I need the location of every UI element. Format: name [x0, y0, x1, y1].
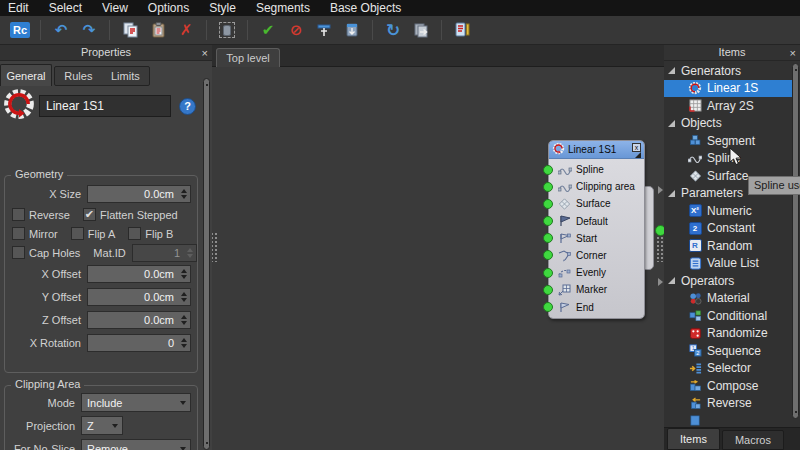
pin-bottom-icon[interactable]: [340, 18, 364, 42]
splitter-collapse-icon[interactable]: [658, 186, 663, 194]
flip-b-checkbox[interactable]: [128, 227, 141, 240]
tree-item-conditional[interactable]: Conditional: [664, 307, 794, 325]
menu-style[interactable]: Style: [209, 1, 248, 15]
expand-triangle-icon[interactable]: [668, 67, 675, 74]
mirror-checkbox[interactable]: [12, 227, 25, 240]
input-port[interactable]: [543, 302, 553, 312]
x-size-spinner[interactable]: 0.0cm: [87, 185, 191, 203]
tab-limits[interactable]: Limits: [111, 70, 140, 82]
apply-icon[interactable]: ✔: [256, 18, 280, 42]
node-input-surface[interactable]: Surface: [549, 195, 644, 212]
spinner-arrows[interactable]: [177, 289, 190, 305]
style-name-input[interactable]: Linear 1S1: [39, 95, 171, 117]
menu-view[interactable]: View: [102, 1, 140, 15]
node-header[interactable]: Linear 1S1 x: [549, 141, 644, 159]
input-port[interactable]: [543, 199, 553, 209]
tree-header-objects[interactable]: Objects: [664, 115, 794, 133]
menu-base-objects[interactable]: Base Objects: [330, 1, 413, 15]
properties-close-icon[interactable]: ×: [202, 46, 208, 60]
projection-dropdown[interactable]: Z: [81, 416, 123, 435]
menu-options[interactable]: Options: [148, 1, 201, 15]
cap-holes-checkbox[interactable]: [12, 246, 25, 259]
export-icon[interactable]: [409, 18, 433, 42]
expand-triangle-icon[interactable]: [668, 190, 675, 197]
items-close-icon[interactable]: ×: [790, 46, 796, 60]
node-input-marker[interactable]: Marker: [549, 281, 644, 298]
spinner-arrows[interactable]: [177, 186, 190, 202]
tab-items[interactable]: Items: [667, 428, 720, 450]
node-input-spline[interactable]: Spline: [549, 161, 644, 178]
spinner-arrows[interactable]: [177, 312, 190, 328]
linear-1s1-node[interactable]: Linear 1S1 x Spline Clipping area: [548, 140, 645, 319]
tree-header-generators[interactable]: Generators: [664, 62, 794, 80]
mode-dropdown[interactable]: Include: [81, 393, 191, 412]
node-close-icon[interactable]: x: [632, 143, 641, 152]
input-port[interactable]: [543, 165, 553, 175]
node-input-corner[interactable]: Corner: [549, 247, 644, 264]
y-offset-spinner[interactable]: 0.0cm: [87, 288, 191, 306]
menu-edit[interactable]: Edit: [8, 1, 41, 15]
tab-macros[interactable]: Macros: [722, 430, 784, 450]
node-input-default[interactable]: Default: [549, 213, 644, 230]
tab-rules[interactable]: Rules: [64, 70, 92, 82]
input-port[interactable]: [543, 250, 553, 260]
tree-item-sequence[interactable]: 12 Sequence: [664, 342, 794, 360]
z-offset-spinner[interactable]: 0.0cm: [87, 311, 191, 329]
flatten-stepped-checkbox[interactable]: ✔: [83, 208, 96, 221]
tree-item-constant[interactable]: 2 Constant: [664, 220, 794, 238]
refresh-icon[interactable]: ↻: [381, 18, 405, 42]
paste-icon[interactable]: [146, 18, 170, 42]
tree-item-randomize[interactable]: Randomize: [664, 325, 794, 343]
input-port[interactable]: [543, 285, 553, 295]
x-rotation-spinner[interactable]: 0: [87, 334, 191, 352]
redo-icon[interactable]: ↷: [77, 18, 101, 42]
tab-top-level[interactable]: Top level: [216, 48, 280, 67]
splitter-collapse-icon[interactable]: [658, 278, 663, 286]
node-input-clipping-area[interactable]: Clipping area: [549, 178, 644, 195]
help-button[interactable]: ?: [179, 98, 196, 115]
delete-icon[interactable]: ✗: [174, 18, 198, 42]
input-port[interactable]: [543, 182, 553, 192]
tree-item-partial[interactable]: [664, 412, 794, 427]
undo-icon[interactable]: ↶: [49, 18, 73, 42]
no-slice-dropdown[interactable]: Remove: [81, 439, 191, 450]
pin-top-icon[interactable]: [312, 18, 336, 42]
tree-header-operators[interactable]: Operators: [664, 272, 794, 290]
properties-scrollbar[interactable]: [203, 78, 210, 450]
tree-item-random[interactable]: R Random: [664, 237, 794, 255]
tree-item-selector[interactable]: Selector: [664, 360, 794, 378]
cancel-icon[interactable]: ⊘: [284, 18, 308, 42]
expand-triangle-icon[interactable]: [668, 277, 675, 284]
selector-icon: [688, 361, 702, 375]
tree-item-array-2s[interactable]: Array 2S: [664, 97, 794, 115]
right-splitter-grip[interactable]: [656, 232, 664, 262]
input-port[interactable]: [543, 268, 553, 278]
copy-icon[interactable]: [118, 18, 142, 42]
spinner-arrows[interactable]: [177, 335, 190, 351]
tree-item-material[interactable]: Material: [664, 290, 794, 308]
node-input-end[interactable]: End: [549, 299, 644, 316]
x-offset-spinner[interactable]: 0.0cm: [87, 265, 191, 283]
menu-select[interactable]: Select: [49, 1, 94, 15]
reverse-checkbox[interactable]: [12, 208, 25, 221]
select-base-object-icon[interactable]: [215, 18, 239, 42]
node-collapse-icon[interactable]: [635, 152, 641, 158]
input-port[interactable]: [543, 233, 553, 243]
tree-item-compose[interactable]: Compose: [664, 377, 794, 395]
tree-item-value-list[interactable]: Value List: [664, 255, 794, 273]
expand-triangle-icon[interactable]: [668, 120, 675, 127]
railclone-logo-icon[interactable]: Rc: [8, 18, 32, 42]
menu-segments[interactable]: Segments: [256, 1, 322, 15]
node-editor-canvas[interactable]: Top level Linear 1S1 x: [212, 45, 664, 450]
items-scrollbar[interactable]: [792, 63, 799, 419]
notes-icon[interactable]: [450, 18, 474, 42]
flip-a-checkbox[interactable]: [71, 227, 84, 240]
tree-item-numeric[interactable]: X² Numeric: [664, 202, 794, 220]
input-port[interactable]: [543, 216, 553, 226]
tree-item-reverse[interactable]: Reverse: [664, 395, 794, 413]
tab-general[interactable]: General: [0, 64, 52, 86]
node-input-start[interactable]: Start: [549, 230, 644, 247]
node-input-evenly[interactable]: Evenly: [549, 264, 644, 281]
spinner-arrows[interactable]: [177, 266, 190, 282]
tree-item-linear-1s[interactable]: Linear 1S: [664, 80, 794, 98]
